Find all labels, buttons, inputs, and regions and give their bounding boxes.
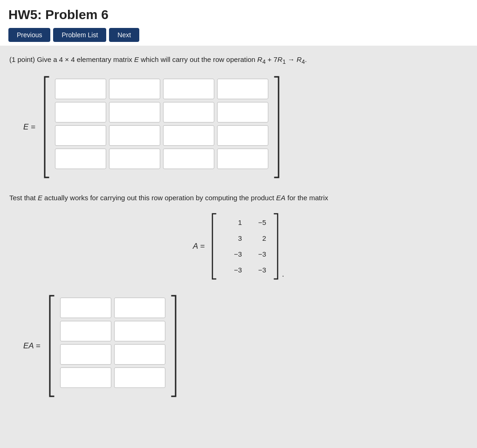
ea-matrix-section: EA = bbox=[23, 294, 468, 398]
ea-left-bracket-icon bbox=[47, 294, 55, 398]
a-cell-2-2: 2 bbox=[245, 234, 269, 242]
e-input-1-3[interactable] bbox=[163, 79, 214, 99]
next-button[interactable]: Next bbox=[109, 28, 139, 42]
e-input-4-4[interactable] bbox=[217, 149, 268, 169]
a-right-bracket-icon bbox=[273, 212, 280, 281]
ea-input-2-2[interactable] bbox=[114, 321, 165, 341]
e-input-2-1[interactable] bbox=[55, 102, 106, 122]
e-input-3-1[interactable] bbox=[55, 125, 106, 146]
previous-button[interactable]: Previous bbox=[8, 28, 50, 42]
left-bracket-icon bbox=[42, 75, 50, 179]
a-matrix-label: A = bbox=[193, 242, 204, 251]
e-input-2-4[interactable] bbox=[217, 102, 268, 122]
ea-input-2-1[interactable] bbox=[60, 321, 111, 341]
ea-input-1-2[interactable] bbox=[114, 298, 165, 318]
a-cell-1-1: 1 bbox=[221, 218, 245, 226]
e-input-4-3[interactable] bbox=[163, 149, 214, 169]
a-cell-3-2: −3 bbox=[245, 250, 269, 258]
a-cell-4-2: −3 bbox=[245, 266, 269, 274]
right-bracket-icon bbox=[273, 75, 281, 179]
page-title: HW5: Problem 6 bbox=[8, 7, 469, 22]
e-input-1-1[interactable] bbox=[55, 79, 106, 99]
a-cell-3-1: −3 bbox=[221, 250, 245, 258]
e-matrix-section: E = bbox=[23, 75, 468, 179]
e-matrix-bracket-wrap bbox=[42, 75, 281, 179]
problem-list-button[interactable]: Problem List bbox=[53, 28, 106, 42]
ea-matrix-grid bbox=[55, 294, 170, 398]
e-input-1-2[interactable] bbox=[109, 79, 160, 99]
a-matrix-bracket-wrap: 1 −5 3 2 −3 −3 −3 −3 bbox=[210, 212, 280, 281]
nav-buttons: Previous Problem List Next bbox=[8, 28, 469, 42]
a-cell-1-2: −5 bbox=[245, 218, 269, 226]
e-input-3-2[interactable] bbox=[109, 125, 160, 146]
ea-input-3-2[interactable] bbox=[114, 344, 165, 365]
a-left-bracket-icon bbox=[210, 212, 218, 281]
ea-input-4-2[interactable] bbox=[114, 367, 165, 388]
page-header: HW5: Problem 6 Previous Problem List Nex… bbox=[0, 0, 477, 46]
e-input-4-1[interactable] bbox=[55, 149, 106, 169]
a-matrix-section: A = 1 −5 3 2 −3 −3 −3 −3 . bbox=[9, 212, 468, 281]
a-matrix-values: 1 −5 3 2 −3 −3 −3 −3 bbox=[218, 212, 273, 281]
problem-description: (1 point) Give a 4 × 4 elementary matrix… bbox=[9, 54, 468, 67]
e-input-2-3[interactable] bbox=[163, 102, 214, 122]
e-matrix-label: E = bbox=[23, 122, 35, 132]
ea-input-3-1[interactable] bbox=[60, 344, 111, 365]
e-input-3-4[interactable] bbox=[217, 125, 268, 146]
test-description: Test that E actually works for carrying … bbox=[9, 192, 468, 204]
e-matrix-grid bbox=[50, 75, 273, 179]
a-cell-2-1: 3 bbox=[221, 234, 245, 242]
e-input-1-4[interactable] bbox=[217, 79, 268, 99]
ea-input-1-1[interactable] bbox=[60, 298, 111, 318]
e-input-4-2[interactable] bbox=[109, 149, 160, 169]
e-input-3-3[interactable] bbox=[163, 125, 214, 146]
ea-matrix-bracket-wrap bbox=[47, 294, 178, 398]
ea-matrix-label: EA = bbox=[23, 341, 41, 351]
a-cell-4-1: −3 bbox=[221, 266, 245, 274]
period-mark: . bbox=[282, 270, 284, 281]
ea-right-bracket-icon bbox=[170, 294, 178, 398]
content-area: (1 point) Give a 4 × 4 elementary matrix… bbox=[0, 46, 477, 448]
ea-input-4-1[interactable] bbox=[60, 367, 111, 388]
e-input-2-2[interactable] bbox=[109, 102, 160, 122]
